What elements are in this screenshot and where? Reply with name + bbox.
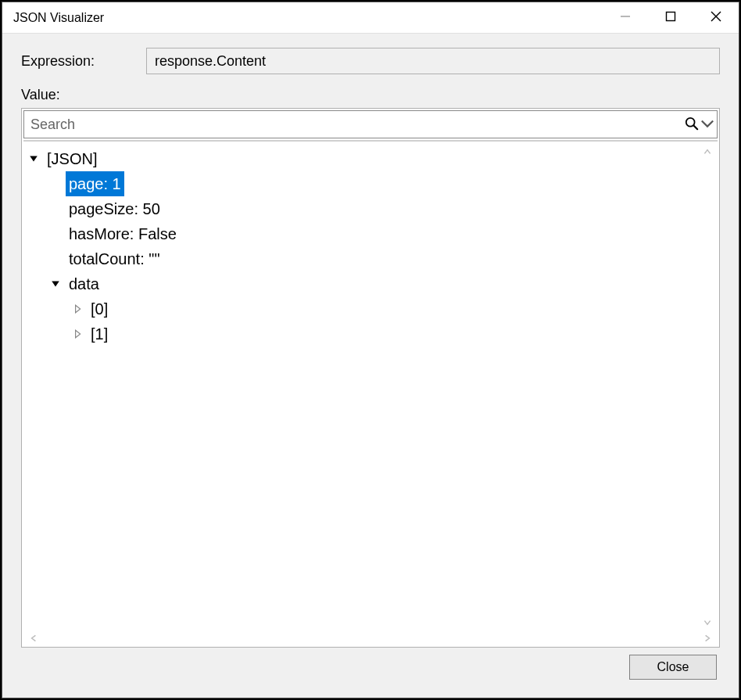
search-icon	[685, 117, 699, 133]
tree-node-page[interactable]: page: 1	[48, 171, 714, 196]
tree-node-pagesize[interactable]: pageSize: 50	[48, 196, 714, 221]
spacer	[48, 227, 63, 241]
tree-node-data-1[interactable]: [1]	[70, 321, 714, 346]
spacer	[48, 202, 63, 216]
window-controls	[603, 2, 739, 33]
close-icon	[710, 10, 722, 25]
tree-node-json[interactable]: [JSON]	[27, 146, 714, 171]
tree-node-data-0[interactable]: [0]	[70, 296, 714, 321]
chevron-down-icon	[700, 117, 714, 133]
value-panel: [JSON] page: 1 pageSize: 50	[21, 108, 720, 648]
collapse-toggle-icon[interactable]	[70, 302, 84, 316]
tree-view[interactable]: [JSON] page: 1 pageSize: 50	[23, 140, 718, 647]
tree-root: [JSON] page: 1 pageSize: 50	[27, 146, 714, 346]
maximize-button[interactable]	[648, 2, 693, 33]
maximize-icon	[665, 11, 676, 24]
dialog-footer: Close	[21, 648, 720, 687]
tree-node-label: hasMore: False	[66, 221, 180, 246]
expression-input[interactable]	[146, 48, 720, 74]
tree-node-data-row[interactable]: data	[48, 271, 714, 296]
minimize-button[interactable]	[603, 2, 648, 33]
tree-node-hasmore[interactable]: hasMore: False	[48, 221, 714, 246]
search-row	[23, 110, 718, 138]
expression-row: Expression:	[21, 48, 720, 74]
collapse-toggle-icon[interactable]	[70, 327, 84, 341]
svg-line-5	[694, 125, 698, 129]
content-area: Expression: Value:	[2, 34, 739, 698]
spacer	[48, 252, 63, 266]
close-window-button[interactable]	[693, 2, 739, 33]
tree-node-label: [0]	[88, 296, 111, 321]
close-button[interactable]: Close	[629, 655, 717, 680]
tree-node-label: pageSize: 50	[66, 196, 163, 221]
search-button[interactable]	[682, 117, 717, 133]
value-label: Value:	[21, 87, 720, 103]
tree-node-data: data [0]	[48, 271, 714, 346]
scroll-down-arrow[interactable]	[700, 616, 714, 630]
tree-node-label: totalCount: ""	[66, 246, 163, 271]
minimize-icon	[620, 11, 631, 24]
horizontal-scrollbar[interactable]	[27, 631, 714, 645]
titlebar: JSON Visualizer	[2, 2, 739, 34]
tree-node-label: [JSON]	[44, 146, 100, 171]
tree-node-totalcount[interactable]: totalCount: ""	[48, 246, 714, 271]
tree-node-label: [1]	[88, 321, 111, 346]
scroll-left-arrow[interactable]	[27, 631, 41, 645]
window-title: JSON Visualizer	[13, 11, 603, 25]
scroll-right-arrow[interactable]	[700, 631, 714, 645]
json-visualizer-window: JSON Visualizer Expression:	[2, 2, 739, 698]
tree-node-label: data	[66, 271, 102, 296]
expand-toggle-icon[interactable]	[27, 152, 41, 166]
expression-label: Expression:	[21, 53, 146, 70]
search-input[interactable]	[24, 113, 682, 136]
svg-rect-1	[667, 13, 675, 21]
scroll-up-arrow[interactable]	[700, 145, 714, 159]
expand-toggle-icon[interactable]	[48, 277, 63, 291]
tree-node-label: page: 1	[66, 171, 124, 196]
spacer	[48, 177, 63, 191]
